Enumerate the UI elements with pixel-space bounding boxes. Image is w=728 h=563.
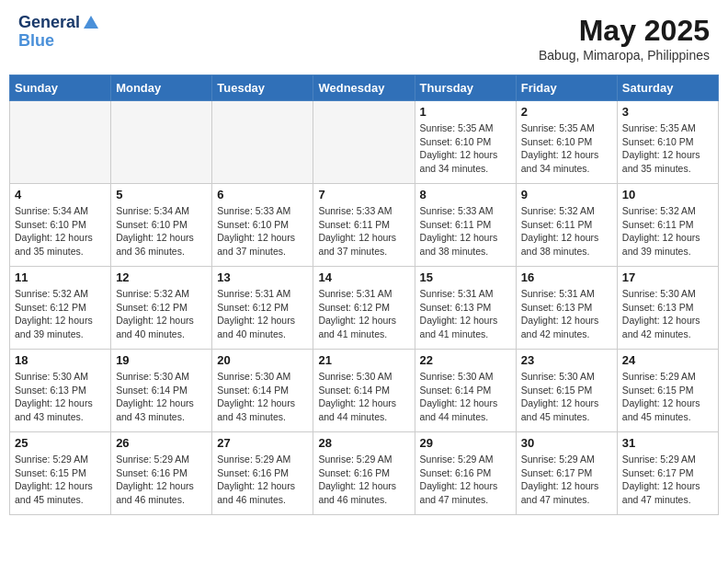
day-number: 29	[420, 436, 511, 450]
calendar-cell: 1Sunrise: 5:35 AM Sunset: 6:10 PM Daylig…	[415, 101, 516, 184]
day-info: Sunrise: 5:29 AM Sunset: 6:15 PM Dayligh…	[622, 370, 713, 424]
day-info: Sunrise: 5:29 AM Sunset: 6:15 PM Dayligh…	[15, 453, 106, 507]
day-info: Sunrise: 5:30 AM Sunset: 6:14 PM Dayligh…	[318, 370, 409, 424]
day-number: 12	[116, 270, 207, 284]
day-info: Sunrise: 5:30 AM Sunset: 6:15 PM Dayligh…	[521, 370, 612, 424]
calendar-cell: 17Sunrise: 5:30 AM Sunset: 6:13 PM Dayli…	[617, 267, 718, 350]
weekday-header-wednesday: Wednesday	[313, 75, 415, 101]
calendar-cell	[10, 101, 111, 184]
calendar-cell	[313, 101, 415, 184]
day-number: 20	[217, 353, 308, 367]
day-info: Sunrise: 5:29 AM Sunset: 6:16 PM Dayligh…	[420, 453, 511, 507]
calendar-table: SundayMondayTuesdayWednesdayThursdayFrid…	[9, 75, 719, 515]
calendar-cell: 14Sunrise: 5:31 AM Sunset: 6:12 PM Dayli…	[313, 267, 415, 350]
day-number: 3	[622, 105, 713, 119]
calendar-cell: 31Sunrise: 5:29 AM Sunset: 6:17 PM Dayli…	[617, 432, 718, 515]
calendar-cell: 21Sunrise: 5:30 AM Sunset: 6:14 PM Dayli…	[313, 350, 415, 432]
day-number: 14	[318, 270, 409, 284]
calendar-cell: 23Sunrise: 5:30 AM Sunset: 6:15 PM Dayli…	[516, 350, 617, 432]
calendar-cell: 5Sunrise: 5:34 AM Sunset: 6:10 PM Daylig…	[111, 184, 212, 267]
logo: General Blue	[18, 14, 100, 51]
day-number: 17	[622, 270, 713, 284]
calendar-cell: 26Sunrise: 5:29 AM Sunset: 6:16 PM Dayli…	[111, 432, 212, 515]
calendar-cell: 20Sunrise: 5:30 AM Sunset: 6:14 PM Dayli…	[212, 350, 313, 432]
week-row-3: 11Sunrise: 5:32 AM Sunset: 6:12 PM Dayli…	[10, 267, 719, 350]
calendar-cell: 30Sunrise: 5:29 AM Sunset: 6:17 PM Dayli…	[516, 432, 617, 515]
day-number: 15	[420, 270, 511, 284]
calendar-cell: 16Sunrise: 5:31 AM Sunset: 6:13 PM Dayli…	[516, 267, 617, 350]
week-row-2: 4Sunrise: 5:34 AM Sunset: 6:10 PM Daylig…	[10, 184, 719, 267]
day-number: 4	[15, 188, 106, 201]
calendar-cell: 8Sunrise: 5:33 AM Sunset: 6:11 PM Daylig…	[415, 184, 516, 267]
calendar-cell: 9Sunrise: 5:32 AM Sunset: 6:11 PM Daylig…	[516, 184, 617, 267]
day-number: 1	[420, 105, 511, 119]
day-info: Sunrise: 5:32 AM Sunset: 6:11 PM Dayligh…	[521, 204, 612, 259]
day-info: Sunrise: 5:31 AM Sunset: 6:13 PM Dayligh…	[420, 287, 511, 341]
day-info: Sunrise: 5:30 AM Sunset: 6:14 PM Dayligh…	[420, 370, 511, 424]
calendar-cell: 25Sunrise: 5:29 AM Sunset: 6:15 PM Dayli…	[10, 432, 111, 515]
day-info: Sunrise: 5:35 AM Sunset: 6:10 PM Dayligh…	[420, 121, 511, 176]
calendar-cell: 15Sunrise: 5:31 AM Sunset: 6:13 PM Dayli…	[415, 267, 516, 350]
day-number: 25	[15, 436, 106, 450]
day-number: 30	[521, 436, 612, 450]
day-number: 23	[521, 353, 612, 367]
day-number: 22	[420, 353, 511, 367]
day-info: Sunrise: 5:32 AM Sunset: 6:11 PM Dayligh…	[622, 204, 713, 259]
day-info: Sunrise: 5:35 AM Sunset: 6:10 PM Dayligh…	[622, 121, 713, 176]
day-number: 10	[622, 188, 713, 201]
calendar-header-row: SundayMondayTuesdayWednesdayThursdayFrid…	[10, 75, 719, 101]
calendar-cell: 27Sunrise: 5:29 AM Sunset: 6:16 PM Dayli…	[212, 432, 313, 515]
day-info: Sunrise: 5:29 AM Sunset: 6:17 PM Dayligh…	[521, 453, 612, 507]
day-number: 9	[521, 188, 612, 201]
day-number: 11	[15, 270, 106, 284]
week-row-4: 18Sunrise: 5:30 AM Sunset: 6:13 PM Dayli…	[10, 350, 719, 432]
day-info: Sunrise: 5:33 AM Sunset: 6:11 PM Dayligh…	[318, 204, 409, 259]
logo-text-blue: Blue	[18, 32, 54, 51]
calendar-cell: 3Sunrise: 5:35 AM Sunset: 6:10 PM Daylig…	[617, 101, 718, 184]
calendar-cell: 11Sunrise: 5:32 AM Sunset: 6:12 PM Dayli…	[10, 267, 111, 350]
day-number: 26	[116, 436, 207, 450]
day-number: 8	[420, 188, 511, 201]
day-info: Sunrise: 5:29 AM Sunset: 6:16 PM Dayligh…	[116, 453, 207, 507]
day-info: Sunrise: 5:29 AM Sunset: 6:16 PM Dayligh…	[318, 453, 409, 507]
calendar-cell: 22Sunrise: 5:30 AM Sunset: 6:14 PM Dayli…	[415, 350, 516, 432]
day-info: Sunrise: 5:29 AM Sunset: 6:16 PM Dayligh…	[217, 453, 308, 507]
weekday-header-saturday: Saturday	[617, 75, 718, 101]
logo-text-general: General	[18, 14, 80, 32]
day-info: Sunrise: 5:30 AM Sunset: 6:14 PM Dayligh…	[217, 370, 308, 424]
svg-marker-0	[84, 16, 98, 29]
day-info: Sunrise: 5:33 AM Sunset: 6:11 PM Dayligh…	[420, 204, 511, 259]
page-header: General Blue May 2025 Babug, Mimaropa, P…	[9, 9, 719, 67]
weekday-header-monday: Monday	[111, 75, 212, 101]
day-info: Sunrise: 5:33 AM Sunset: 6:10 PM Dayligh…	[217, 204, 308, 259]
day-info: Sunrise: 5:35 AM Sunset: 6:10 PM Dayligh…	[521, 121, 612, 176]
weekday-header-sunday: Sunday	[10, 75, 111, 101]
day-info: Sunrise: 5:30 AM Sunset: 6:13 PM Dayligh…	[15, 370, 106, 424]
calendar-cell: 13Sunrise: 5:31 AM Sunset: 6:12 PM Dayli…	[212, 267, 313, 350]
day-info: Sunrise: 5:29 AM Sunset: 6:17 PM Dayligh…	[622, 453, 713, 507]
day-number: 2	[521, 105, 612, 119]
weekday-header-tuesday: Tuesday	[212, 75, 313, 101]
calendar-cell: 6Sunrise: 5:33 AM Sunset: 6:10 PM Daylig…	[212, 184, 313, 267]
calendar-cell	[212, 101, 313, 184]
calendar-cell: 29Sunrise: 5:29 AM Sunset: 6:16 PM Dayli…	[415, 432, 516, 515]
day-info: Sunrise: 5:30 AM Sunset: 6:14 PM Dayligh…	[116, 370, 207, 424]
day-number: 19	[116, 353, 207, 367]
day-number: 21	[318, 353, 409, 367]
calendar-cell: 4Sunrise: 5:34 AM Sunset: 6:10 PM Daylig…	[10, 184, 111, 267]
logo-icon	[82, 14, 100, 32]
calendar-cell: 10Sunrise: 5:32 AM Sunset: 6:11 PM Dayli…	[617, 184, 718, 267]
day-number: 6	[217, 188, 308, 201]
week-row-1: 1Sunrise: 5:35 AM Sunset: 6:10 PM Daylig…	[10, 101, 719, 184]
day-info: Sunrise: 5:31 AM Sunset: 6:12 PM Dayligh…	[217, 287, 308, 341]
calendar-cell: 18Sunrise: 5:30 AM Sunset: 6:13 PM Dayli…	[10, 350, 111, 432]
calendar-cell: 12Sunrise: 5:32 AM Sunset: 6:12 PM Dayli…	[111, 267, 212, 350]
day-info: Sunrise: 5:34 AM Sunset: 6:10 PM Dayligh…	[15, 204, 106, 259]
calendar-cell: 19Sunrise: 5:30 AM Sunset: 6:14 PM Dayli…	[111, 350, 212, 432]
weekday-header-friday: Friday	[516, 75, 617, 101]
day-number: 13	[217, 270, 308, 284]
calendar-cell: 28Sunrise: 5:29 AM Sunset: 6:16 PM Dayli…	[313, 432, 415, 515]
title-block: May 2025 Babug, Mimaropa, Philippines	[539, 14, 710, 63]
calendar-cell: 7Sunrise: 5:33 AM Sunset: 6:11 PM Daylig…	[313, 184, 415, 267]
day-info: Sunrise: 5:31 AM Sunset: 6:12 PM Dayligh…	[318, 287, 409, 341]
